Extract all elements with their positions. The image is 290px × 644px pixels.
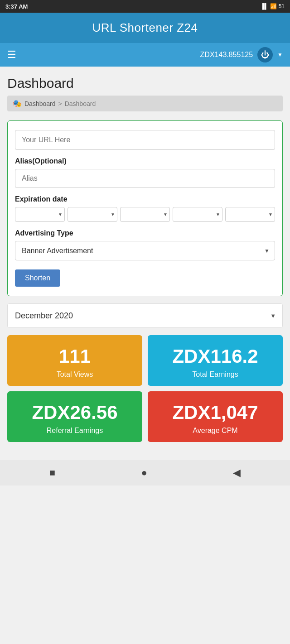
date-select-year[interactable] (15, 207, 65, 222)
hamburger-icon[interactable]: ☰ (7, 49, 16, 61)
expiration-section: Expiration date ▼ ▼ (15, 195, 275, 222)
stat-value-referral-earnings: ZDX26.56 (32, 402, 117, 423)
month-selector: December 2020 November 2020 October 2020… (7, 303, 283, 328)
expiration-label: Expiration date (15, 195, 275, 203)
bottom-back-button[interactable]: ◀ (233, 467, 241, 479)
status-icons: ▐▌ 📶 51 (261, 3, 285, 10)
date-select-day[interactable] (120, 207, 170, 222)
shorten-button[interactable]: Shorten (15, 269, 60, 287)
stat-card-average-cpm: ZDX1,047 Average CPM (148, 391, 283, 442)
date-select-minute[interactable] (225, 207, 275, 222)
date-select-3-wrapper: ▼ (120, 207, 170, 222)
stat-label-average-cpm: Average CPM (193, 427, 237, 435)
adtype-label: Advertising Type (15, 229, 275, 237)
url-input[interactable] (15, 130, 275, 150)
power-button[interactable]: ⏻ (257, 47, 273, 62)
stat-card-referral-earnings: ZDX26.56 Referral Earnings (7, 391, 142, 442)
alias-input[interactable] (15, 169, 275, 188)
stat-value-average-cpm: ZDX1,047 (172, 402, 258, 423)
stat-label-total-earnings: Total Earnings (192, 370, 238, 379)
stats-grid: 111 Total Views ZDX116.2 Total Earnings … (7, 335, 283, 442)
stat-value-total-views: 111 (59, 346, 91, 367)
status-bar: 3:37 AM ▐▌ 📶 51 (0, 0, 290, 13)
app-title: URL Shortener Z24 (92, 21, 198, 34)
date-select-4-wrapper: ▼ (173, 207, 222, 222)
nav-right: ZDX143.855125 ⏻ ▼ (200, 47, 283, 62)
stat-value-total-earnings: ZDX116.2 (172, 346, 258, 367)
date-selects: ▼ ▼ ▼ ▼ (15, 207, 275, 222)
wifi-icon: 📶 (270, 3, 277, 10)
balance-display: ZDX143.855125 (200, 51, 253, 59)
date-select-1-wrapper: ▼ (15, 207, 65, 222)
power-icon: ⏻ (261, 50, 269, 60)
main-content: Dashboard 🎭 Dashboard > Dashboard Alias(… (0, 67, 290, 451)
date-select-5-wrapper: ▼ (225, 207, 275, 222)
date-select-2-wrapper: ▼ (68, 207, 117, 222)
breadcrumb-current: Dashboard (65, 100, 96, 107)
battery-icon: 51 (279, 3, 285, 10)
adtype-section: Advertising Type Banner Advertisement ▼ (15, 229, 275, 260)
form-card: Alias(Optional) Expiration date ▼ ▼ (7, 120, 283, 296)
breadcrumb-home[interactable]: Dashboard (24, 100, 56, 107)
nav-dropdown-arrow[interactable]: ▼ (277, 52, 283, 58)
stat-card-total-earnings: ZDX116.2 Total Earnings (148, 335, 283, 386)
stat-card-total-views: 111 Total Views (7, 335, 142, 386)
bottom-home-button[interactable]: ● (141, 467, 147, 479)
breadcrumb-icon: 🎭 (13, 99, 22, 108)
stat-label-referral-earnings: Referral Earnings (47, 427, 103, 435)
bottom-square-button[interactable]: ■ (49, 467, 55, 479)
page-title: Dashboard (7, 76, 283, 91)
date-select-month[interactable] (68, 207, 117, 222)
adtype-select[interactable]: Banner Advertisement (15, 241, 275, 260)
nav-bar: ☰ ZDX143.855125 ⏻ ▼ (0, 43, 290, 67)
signal-icon: ▐▌ (261, 3, 268, 10)
date-select-hour[interactable] (173, 207, 222, 222)
bottom-nav: ■ ● ◀ (0, 460, 290, 485)
breadcrumb: 🎭 Dashboard > Dashboard (7, 96, 283, 111)
breadcrumb-separator: > (58, 100, 62, 107)
adtype-select-wrapper: Banner Advertisement ▼ (15, 241, 275, 260)
stat-label-total-views: Total Views (57, 370, 93, 379)
month-select[interactable]: December 2020 November 2020 October 2020 (8, 304, 282, 327)
status-time: 3:37 AM (5, 3, 28, 10)
alias-label: Alias(Optional) (15, 157, 275, 165)
app-header: URL Shortener Z24 (0, 13, 290, 43)
